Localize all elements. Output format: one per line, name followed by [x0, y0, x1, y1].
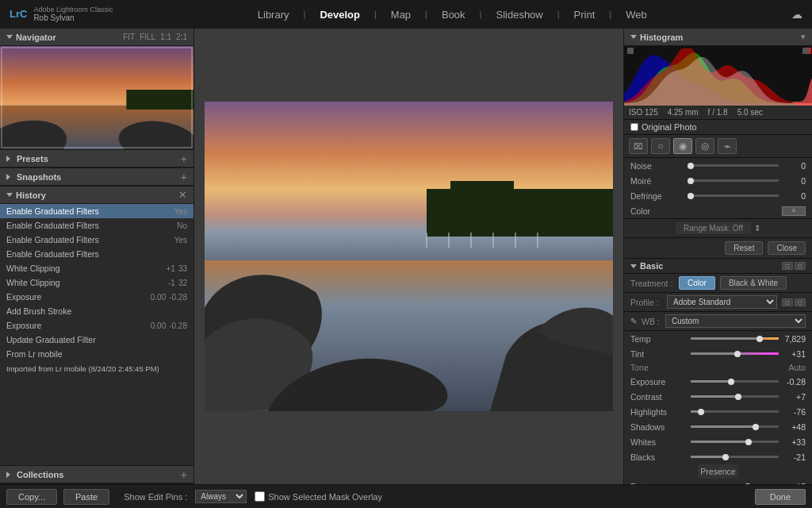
nav-print[interactable]: Print: [574, 9, 596, 21]
whites-slider[interactable]: [691, 441, 779, 443]
wb-eyedropper[interactable]: ✎: [630, 317, 637, 325]
histogram-title: Histogram: [640, 33, 683, 42]
treatment-row: Treatment : Color Black & White: [624, 274, 812, 293]
histogram-header[interactable]: Histogram ▾: [624, 29, 812, 46]
history-header[interactable]: History ✕: [0, 187, 193, 204]
highlights-label: Highlights: [630, 407, 686, 417]
nav-web[interactable]: Web: [626, 9, 647, 21]
color-swatch[interactable]: ≡: [782, 206, 806, 216]
noise-slider[interactable]: [691, 164, 779, 167]
nav-map[interactable]: Map: [391, 9, 411, 21]
history-item[interactable]: Enable Graduated Filters No: [0, 218, 193, 233]
history-item[interactable]: Exposure 0.00-0.28: [0, 290, 193, 304]
graduated-filter-tool[interactable]: ◉: [673, 138, 692, 154]
tone-row-header: Tone Auto: [624, 361, 812, 374]
history-item[interactable]: Enable Graduated Filters Yes: [0, 233, 193, 247]
histogram-menu-icon[interactable]: ▾: [801, 32, 806, 42]
close-button[interactable]: Close: [768, 241, 806, 255]
texture-row: Texture +15: [624, 479, 812, 484]
snapshots-add-icon[interactable]: +: [181, 171, 187, 183]
history-item[interactable]: Add Brush Stroke: [0, 304, 193, 318]
basic-icons: ◻ ◻: [782, 262, 806, 270]
collections-header[interactable]: Collections +: [0, 466, 193, 483]
presence-section: Presence: [624, 464, 812, 479]
contrast-slider[interactable]: [691, 395, 779, 398]
snapshots-header[interactable]: Snapshots +: [0, 168, 193, 186]
history-clear-icon[interactable]: ✕: [178, 189, 187, 201]
defringe-slider[interactable]: [691, 194, 779, 197]
presets-section: Presets +: [0, 150, 193, 168]
basic-collapse-icon: [630, 264, 637, 268]
meta-shutter: 5.0 sec: [737, 108, 763, 117]
blacks-row: Blacks -21: [624, 449, 812, 464]
collections-add-icon[interactable]: +: [181, 468, 187, 481]
adjustment-brush-tool[interactable]: ⌁: [718, 138, 737, 154]
exposure-slider[interactable]: [691, 380, 779, 383]
collections-expand-icon: [6, 471, 13, 478]
nav-2-1[interactable]: 2:1: [176, 33, 187, 41]
nav-book[interactable]: Book: [442, 9, 465, 21]
copy-button[interactable]: Copy...: [6, 489, 57, 505]
wb-select[interactable]: Custom: [665, 314, 806, 328]
presets-header[interactable]: Presets +: [0, 150, 193, 167]
navigator-section: Navigator FIT FILL 1:1 2:1: [0, 29, 193, 150]
noise-row: Noise 0: [624, 158, 812, 173]
blacks-slider[interactable]: [691, 456, 779, 458]
nav-fill[interactable]: FILL: [140, 33, 155, 41]
bottom-bar: Copy... Paste Show Edit Pins : Always Au…: [0, 484, 812, 508]
original-photo-label: Original Photo: [642, 122, 697, 132]
whites-value: +33: [783, 437, 806, 447]
histogram-canvas-wrap: [624, 46, 812, 106]
history-item[interactable]: Imported from Lr mobile (8/24/20 2:45:45…: [0, 361, 193, 375]
original-photo-checkbox[interactable]: [630, 123, 638, 131]
history-item[interactable]: White Clipping +133: [0, 261, 193, 275]
highlights-slider[interactable]: [691, 410, 779, 413]
show-mask-checkbox[interactable]: [255, 491, 265, 502]
range-mask-label: Range Mask: Off: [676, 222, 751, 234]
nav-fit[interactable]: FIT: [123, 33, 135, 41]
bw-treatment-btn[interactable]: Black & White: [720, 276, 787, 290]
reset-button[interactable]: Reset: [725, 241, 763, 255]
history-item[interactable]: Enable Graduated Filters Yes: [0, 204, 193, 218]
main-photo: [205, 102, 613, 411]
history-item[interactable]: Update Graduated Filter: [0, 333, 193, 347]
heal-tool[interactable]: ○: [651, 138, 670, 154]
history-item[interactable]: Enable Graduated Filters: [0, 247, 193, 261]
color-treatment-btn[interactable]: Color: [679, 276, 715, 290]
presets-add-icon[interactable]: +: [181, 152, 187, 165]
profile-icon2: ◻: [795, 298, 806, 306]
paste-button[interactable]: Paste: [63, 489, 109, 505]
contrast-value: +7: [783, 392, 806, 402]
shadows-label: Shadows: [630, 422, 686, 432]
nav-slideshow[interactable]: Slideshow: [496, 9, 542, 21]
history-item[interactable]: Exposure 0.00-0.28: [0, 318, 193, 333]
done-button[interactable]: Done: [755, 489, 806, 505]
history-item[interactable]: From Lr mobile: [0, 347, 193, 361]
presets-title: Presets: [17, 154, 48, 164]
nav-1-1[interactable]: 1:1: [160, 33, 171, 41]
navigator-header[interactable]: Navigator FIT FILL 1:1 2:1: [0, 29, 193, 46]
defringe-value: 0: [783, 191, 806, 201]
navigator-title: Navigator: [16, 33, 56, 42]
shadows-slider[interactable]: [691, 425, 779, 428]
bottom-right: Done: [755, 489, 806, 505]
profile-select[interactable]: Adobe Standard: [667, 295, 777, 309]
app-name: Adobe Lightroom Classic: [33, 6, 113, 14]
nav-develop[interactable]: Develop: [320, 9, 360, 21]
history-item[interactable]: White Clipping -132: [0, 275, 193, 290]
crop-tool[interactable]: ⌧: [629, 138, 648, 154]
noise-value: 0: [783, 161, 806, 171]
user-name: Rob Sylvan: [33, 13, 113, 23]
temp-slider[interactable]: [691, 337, 779, 340]
basic-section-header: Basic ◻ ◻: [624, 259, 812, 274]
tone-auto-btn[interactable]: Auto: [788, 363, 806, 372]
snapshots-title: Snapshots: [17, 172, 61, 182]
radial-filter-tool[interactable]: ◎: [695, 138, 714, 154]
moire-slider[interactable]: [691, 179, 779, 182]
show-edit-pins-select[interactable]: Always Auto Selected Never: [195, 490, 247, 503]
tint-slider[interactable]: [691, 352, 779, 355]
temp-value: 7,829: [783, 334, 806, 344]
wb-row: ✎ WB : Custom: [624, 312, 812, 331]
nav-library[interactable]: Library: [258, 9, 289, 21]
topbar: LrC Adobe Lightroom Classic Rob Sylvan L…: [0, 0, 812, 29]
